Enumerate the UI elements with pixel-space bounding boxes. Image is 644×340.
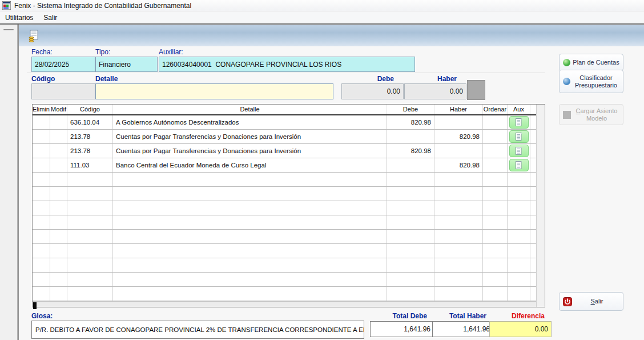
codigo-field	[31, 83, 95, 99]
note-icon	[516, 161, 522, 169]
diferencia-label: Diferencia	[489, 312, 545, 320]
salir-button[interactable]: Salir	[559, 292, 623, 311]
cell-debe	[387, 201, 434, 215]
cell-filler	[530, 187, 536, 201]
fecha-field[interactable]: 28/02/2025	[31, 57, 95, 72]
cell-codigo: 111.03	[67, 158, 113, 172]
cell-detalle: A Gobiernos Autónomos Descentralizados	[113, 115, 387, 129]
add-line-button[interactable]	[467, 80, 485, 100]
table-row	[33, 258, 536, 273]
left-panel-strip[interactable]	[0, 25, 18, 340]
codigo-label: Código	[31, 75, 55, 83]
cell-haber	[434, 258, 483, 272]
cell-codigo	[67, 258, 113, 272]
plan-de-cuentas-button[interactable]: Plan de Cuentas	[559, 54, 623, 71]
table-row[interactable]: 213.78Cuentas por Pagar Transferencias y…	[33, 130, 536, 144]
auxiliar-value: 1260034040001 CONAGOPARE PROVINCIAL LOS …	[162, 61, 341, 69]
cell-detalle: Banco Central del Ecuador Moneda de Curs…	[113, 158, 387, 172]
cell-codigo: 213.78	[67, 144, 113, 158]
splitter-grip[interactable]	[3, 29, 14, 30]
glosa-field[interactable]: P/R. DEBITO A FAVOR DE CONAGOPARE PROVIN…	[31, 321, 364, 339]
diferencia-field: 0.00	[489, 321, 552, 337]
clasificador-presupuestario-button[interactable]: Clasificador Presupuestario	[559, 70, 623, 93]
cell-modif	[50, 201, 67, 215]
total-haber-value: 1,641.96	[463, 325, 490, 333]
menu-utilitarios[interactable]: Utilitarios	[0, 13, 38, 23]
blue-sphere-icon	[563, 78, 570, 85]
header-elimin[interactable]: Elimin	[33, 105, 50, 114]
cell-ordenar	[483, 144, 508, 158]
cell-elimin	[33, 244, 50, 258]
cell-elimin	[33, 144, 50, 158]
auxiliar-field[interactable]: 1260034040001 CONAGOPARE PROVINCIAL LOS …	[159, 57, 415, 72]
horizontal-scrollbar-thumb[interactable]	[33, 302, 37, 309]
header-aux[interactable]: Aux	[508, 105, 530, 114]
diferencia-value: 0.00	[535, 325, 548, 333]
table-row[interactable]: 213.78Cuentas por Pagar Transferencias y…	[33, 144, 536, 158]
app-icon	[2, 1, 11, 10]
vertical-scrollbar[interactable]	[536, 105, 545, 307]
cell-debe	[387, 230, 434, 243]
toolbar	[19, 25, 644, 46]
cell-filler	[530, 201, 536, 215]
horizontal-scrollbar[interactable]	[33, 301, 536, 307]
glosa-label: Glosa:	[31, 312, 53, 320]
aux-button[interactable]	[509, 130, 529, 143]
cell-modif	[50, 258, 67, 272]
entries-table: Elimin Modif Código Detalle Debe Haber O…	[32, 104, 545, 307]
header-haber[interactable]: Haber	[434, 105, 483, 114]
cell-haber	[434, 244, 483, 258]
header-codigo[interactable]: Código	[67, 105, 113, 114]
fecha-value: 28/02/2025	[35, 61, 69, 69]
cell-aux	[508, 273, 530, 286]
header-modif[interactable]: Modif	[50, 105, 67, 114]
cell-codigo	[67, 201, 113, 215]
aux-button[interactable]	[509, 159, 529, 171]
header-detalle[interactable]: Detalle	[113, 105, 387, 114]
table-row[interactable]: 111.03Banco Central del Ecuador Moneda d…	[33, 158, 536, 173]
cell-filler	[530, 244, 536, 258]
cell-debe: 820.98	[387, 144, 434, 158]
cell-detalle	[113, 258, 387, 272]
cell-ordenar	[483, 244, 508, 258]
fecha-label: Fecha:	[31, 48, 53, 56]
cell-filler	[530, 258, 536, 272]
tipo-field[interactable]: Financiero	[95, 57, 158, 72]
cell-filler	[530, 130, 536, 143]
cell-haber: 820.98	[434, 130, 483, 143]
table-row	[33, 244, 536, 258]
menu-salir[interactable]: Salir	[38, 13, 62, 23]
cell-elimin	[33, 215, 50, 229]
detalle-label: Detalle	[95, 75, 118, 83]
cell-codigo	[67, 244, 113, 258]
header-debe[interactable]: Debe	[387, 105, 434, 114]
detalle-field[interactable]	[95, 83, 333, 99]
cell-elimin	[33, 115, 50, 129]
cell-haber	[434, 287, 483, 301]
header-ordenar[interactable]: Ordenar	[483, 105, 508, 114]
table-row	[33, 187, 536, 201]
cell-aux	[508, 215, 530, 229]
cell-debe	[387, 287, 434, 301]
table-row	[33, 230, 536, 244]
cell-modif	[50, 173, 67, 186]
cell-haber	[434, 273, 483, 286]
total-debe-value: 1,641.96	[404, 325, 430, 333]
cell-detalle	[113, 244, 387, 258]
cell-debe: 820.98	[387, 115, 434, 129]
aux-button[interactable]	[509, 145, 529, 157]
new-entry-button[interactable]	[26, 29, 41, 43]
cell-ordenar	[483, 258, 508, 272]
cell-codigo	[67, 215, 113, 229]
cell-elimin	[33, 273, 50, 286]
cell-elimin	[33, 187, 50, 201]
cell-detalle	[113, 287, 387, 301]
cell-debe	[387, 215, 434, 229]
cell-ordenar	[483, 158, 508, 172]
cell-aux	[508, 201, 530, 215]
cell-detalle	[113, 173, 387, 186]
cell-filler	[530, 158, 536, 172]
cell-filler	[530, 215, 536, 229]
table-row[interactable]: 636.10.04A Gobiernos Autónomos Descentra…	[33, 115, 536, 130]
aux-button[interactable]	[509, 116, 529, 129]
